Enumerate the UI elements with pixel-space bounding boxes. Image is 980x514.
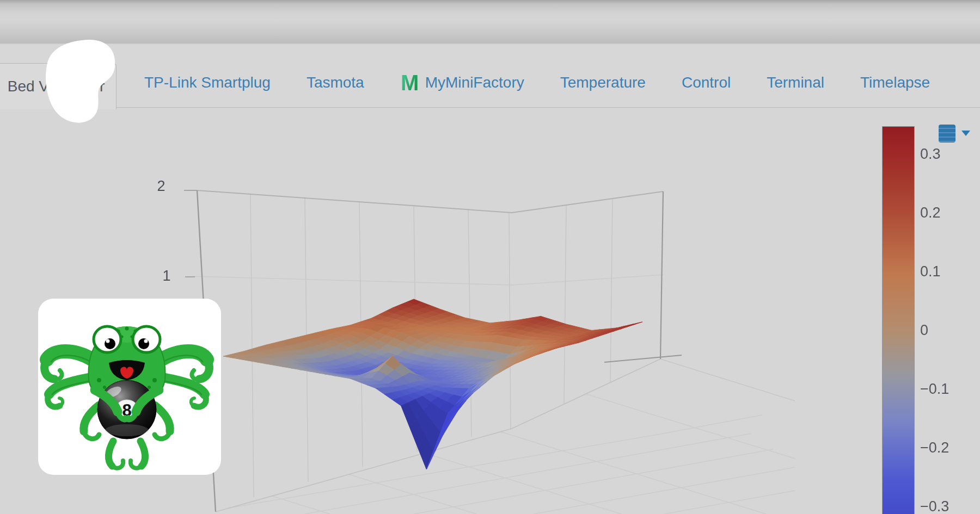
tab-overflow-button[interactable] xyxy=(939,120,980,147)
octoprint-logo-card: 8 xyxy=(38,299,221,475)
colorbar-gradient xyxy=(883,127,914,514)
colorbar-tick: 0.3 xyxy=(920,145,941,163)
colorbar-tick: 0.1 xyxy=(920,263,941,280)
tab-temperature[interactable]: Temperature xyxy=(546,74,660,91)
browser-chrome-bar xyxy=(0,0,980,44)
tab-tplink-smartplug[interactable]: TP-Link Smartplug xyxy=(130,74,285,91)
colorbar-tick: −0.1 xyxy=(920,380,949,398)
octopus-8ball-logo: 8 xyxy=(38,299,221,475)
colorbar-tick: 0 xyxy=(920,321,928,339)
white-blob-overlay xyxy=(44,34,120,132)
tab-terminal[interactable]: Terminal xyxy=(752,74,839,91)
tab-control[interactable]: Control xyxy=(667,74,745,91)
colorbar-tick: −0.2 xyxy=(920,439,949,456)
z-axis-tick-1: 1 xyxy=(156,268,177,284)
tab-list: TP-Link Smartplug Tasmota M MyMiniFactor… xyxy=(0,44,980,108)
list-icon xyxy=(939,125,955,143)
page-root: { "app": { "name": "OctoPrint web interf… xyxy=(0,0,980,514)
tab-bar: Bed Visualizer TP-Link Smartplug Tasmota… xyxy=(0,44,980,108)
z-axis-tick-2: 2 xyxy=(150,178,172,195)
colorbar-labels: 0.3 0.2 0.1 0 −0.1 −0.2 −0.3 xyxy=(920,126,980,514)
colorbar-tick: −0.3 xyxy=(920,498,949,514)
caret-down-icon xyxy=(961,131,970,136)
colorbar xyxy=(882,126,915,514)
tab-myminifactory[interactable]: M MyMiniFactory xyxy=(385,73,539,92)
tab-timelapse[interactable]: Timelapse xyxy=(846,74,945,91)
colorbar-tick: 0.2 xyxy=(920,204,941,221)
mymini-m-icon: M xyxy=(400,73,420,92)
tab-tasmota[interactable]: Tasmota xyxy=(292,74,379,91)
